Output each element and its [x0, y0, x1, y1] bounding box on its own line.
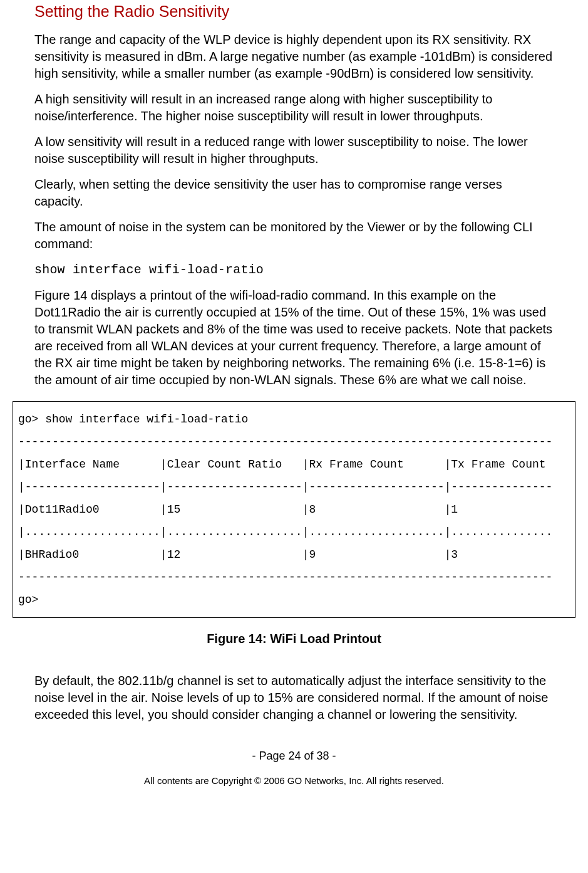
cli-line: |BHRadio0 |12 |9 |3	[18, 548, 458, 561]
copyright-footer: All contents are Copyright © 2006 GO Net…	[34, 775, 554, 787]
paragraph: The amount of noise in the system can be…	[34, 219, 554, 253]
section-heading: Setting the Radio Sensitivity	[34, 1, 554, 23]
paragraph: The range and capacity of the WLP device…	[34, 31, 554, 82]
figure-caption: Figure 14: WiFi Load Printout	[34, 630, 554, 647]
cli-line: go> show interface wifi-load-ratio	[18, 413, 248, 426]
cli-line: ----------------------------------------…	[18, 436, 552, 448]
paragraph: Figure 14 displays a printout of the wif…	[34, 287, 554, 389]
cli-line: |Interface Name |Clear Count Ratio |Rx F…	[18, 458, 546, 471]
cli-line: |--------------------|------------------…	[18, 481, 552, 493]
cli-line: |....................|..................…	[18, 526, 552, 538]
paragraph: A low sensitivity will result in a reduc…	[34, 133, 554, 167]
cli-line: ----------------------------------------…	[18, 571, 552, 583]
page-number: - Page 24 of 38 -	[34, 748, 554, 763]
cli-command: show interface wifi-load-ratio	[34, 261, 554, 278]
cli-line: go>	[18, 593, 38, 606]
paragraph: A high sensitivity will result in an inc…	[34, 91, 554, 125]
cli-line: |Dot11Radio0 |15 |8 |1	[18, 503, 458, 516]
paragraph: By default, the 802.11b/g channel is set…	[34, 672, 554, 723]
paragraph: Clearly, when setting the device sensiti…	[34, 176, 554, 210]
cli-output-block: go> show interface wifi-load-ratio -----…	[13, 401, 575, 618]
